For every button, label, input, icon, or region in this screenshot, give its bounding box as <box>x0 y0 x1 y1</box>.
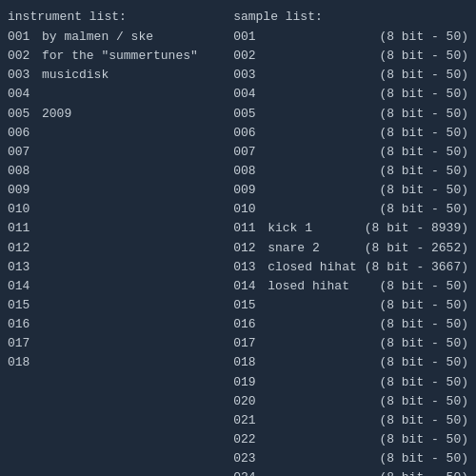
sample-number: 001 <box>233 28 268 47</box>
item-name: musicdisk <box>42 66 109 85</box>
sample-info: (8 bit - 50) <box>371 200 468 219</box>
instrument-list-item: 004 <box>8 85 233 104</box>
sample-number: 003 <box>233 66 268 85</box>
sample-number: 010 <box>233 200 268 219</box>
item-number: 015 <box>8 296 42 315</box>
sample-list-item: 011kick 1(8 bit - 8939) <box>233 219 468 238</box>
sample-info: (8 bit - 50) <box>371 105 468 124</box>
sample-list-header: sample list: <box>233 10 468 24</box>
sample-name: losed hihat <box>268 277 353 296</box>
sample-number: 021 <box>233 411 268 430</box>
sample-info: (8 bit - 50) <box>371 353 468 372</box>
sample-info: (8 bit - 50) <box>371 296 468 315</box>
item-number: 017 <box>8 334 42 353</box>
item-number: 002 <box>8 47 42 66</box>
item-number: 006 <box>8 124 42 143</box>
item-number: 013 <box>8 258 42 277</box>
sample-list-item: 021(8 bit - 50) <box>233 411 468 430</box>
instrument-list: 001by malmen / ske002for the "summertune… <box>8 28 233 373</box>
sample-list-item: 009(8 bit - 50) <box>233 181 468 200</box>
instrument-list-item: 003musicdisk <box>8 66 233 85</box>
instrument-list-item: 007 <box>8 143 233 162</box>
item-number: 008 <box>8 162 42 181</box>
instrument-list-item: 001by malmen / ske <box>8 28 233 47</box>
sample-number: 016 <box>233 315 268 334</box>
item-number: 009 <box>8 181 42 200</box>
sample-list-column: sample list: 001(8 bit - 50)002(8 bit - … <box>233 10 468 466</box>
sample-name: closed hihat <box>268 258 357 277</box>
sample-number: 008 <box>233 162 268 181</box>
sample-number: 002 <box>233 47 268 66</box>
item-name: 2009 <box>42 105 71 124</box>
item-number: 001 <box>8 28 42 47</box>
sample-list-item: 020(8 bit - 50) <box>233 392 468 411</box>
sample-info: (8 bit - 2652) <box>357 239 468 258</box>
sample-name: snare 2 <box>268 239 353 258</box>
sample-list-item: 022(8 bit - 50) <box>233 430 468 449</box>
instrument-list-item: 012 <box>8 239 233 258</box>
sample-info: (8 bit - 50) <box>371 449 468 468</box>
sample-list-item: 017(8 bit - 50) <box>233 334 468 353</box>
sample-info: (8 bit - 50) <box>371 28 468 47</box>
instrument-list-item: 014 <box>8 277 233 296</box>
sample-number: 024 <box>233 468 268 476</box>
sample-info: (8 bit - 50) <box>371 124 468 143</box>
sample-list-item: 019(8 bit - 50) <box>233 373 468 392</box>
instrument-list-item: 008 <box>8 162 233 181</box>
sample-info: (8 bit - 50) <box>371 162 468 181</box>
item-number: 018 <box>8 353 42 372</box>
sample-number: 012 <box>233 239 268 258</box>
item-number: 003 <box>8 66 42 85</box>
sample-number: 007 <box>233 143 268 162</box>
sample-number: 020 <box>233 392 268 411</box>
instrument-list-item: 006 <box>8 124 233 143</box>
sample-list: 001(8 bit - 50)002(8 bit - 50)003(8 bit … <box>233 28 468 476</box>
instrument-list-column: instrument list: 001by malmen / ske002fo… <box>8 10 233 466</box>
sample-info: (8 bit - 50) <box>371 430 468 449</box>
instrument-list-item: 0052009 <box>8 105 233 124</box>
sample-info: (8 bit - 50) <box>371 66 468 85</box>
sample-info: (8 bit - 50) <box>371 334 468 353</box>
sample-list-item: 004(8 bit - 50) <box>233 85 468 104</box>
sample-list-item: 010(8 bit - 50) <box>233 200 468 219</box>
sample-list-item: 012snare 2(8 bit - 2652) <box>233 239 468 258</box>
sample-info: (8 bit - 50) <box>371 143 468 162</box>
instrument-list-item: 016 <box>8 315 233 334</box>
sample-number: 022 <box>233 430 268 449</box>
item-number: 016 <box>8 315 42 334</box>
sample-number: 006 <box>233 124 268 143</box>
item-name: for the "summertunes" <box>42 47 198 66</box>
sample-list-item: 018(8 bit - 50) <box>233 353 468 372</box>
sample-number: 009 <box>233 181 268 200</box>
instrument-list-item: 010 <box>8 200 233 219</box>
instrument-list-item: 015 <box>8 296 233 315</box>
sample-info: (8 bit - 50) <box>371 411 468 430</box>
sample-number: 017 <box>233 334 268 353</box>
sample-number: 018 <box>233 353 268 372</box>
sample-list-item: 005(8 bit - 50) <box>233 105 468 124</box>
sample-list-item: 002(8 bit - 50) <box>233 47 468 66</box>
sample-list-item: 001(8 bit - 50) <box>233 28 468 47</box>
instrument-list-item: 013 <box>8 258 233 277</box>
sample-list-item: 007(8 bit - 50) <box>233 143 468 162</box>
sample-info: (8 bit - 50) <box>371 373 468 392</box>
sample-number: 023 <box>233 449 268 468</box>
sample-list-item: 003(8 bit - 50) <box>233 66 468 85</box>
sample-info: (8 bit - 3667) <box>357 258 468 277</box>
item-name: by malmen / ske <box>42 28 153 47</box>
sample-number: 005 <box>233 105 268 124</box>
instrument-list-header: instrument list: <box>8 10 233 24</box>
sample-info: (8 bit - 50) <box>371 315 468 334</box>
sample-number: 004 <box>233 85 268 104</box>
instrument-list-item: 017 <box>8 334 233 353</box>
sample-info: (8 bit - 8939) <box>357 219 468 238</box>
sample-list-item: 024(8 bit - 50) <box>233 468 468 476</box>
sample-list-item: 008(8 bit - 50) <box>233 162 468 181</box>
sample-list-item: 016(8 bit - 50) <box>233 315 468 334</box>
sample-list-item: 014losed hihat(8 bit - 50) <box>233 277 468 296</box>
sample-list-item: 006(8 bit - 50) <box>233 124 468 143</box>
instrument-list-item: 002for the "summertunes" <box>8 47 233 66</box>
sample-number: 011 <box>233 219 268 238</box>
sample-number: 015 <box>233 296 268 315</box>
sample-list-item: 023(8 bit - 50) <box>233 449 468 468</box>
